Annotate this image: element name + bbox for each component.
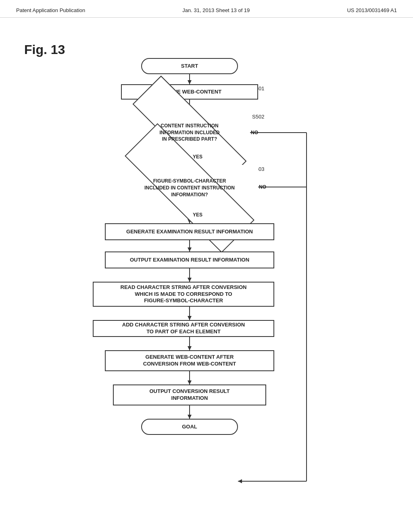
svg-marker-22: [188, 380, 192, 384]
s508-line2: CONVERSION FROM WEB-CONTENT: [143, 361, 236, 367]
svg-marker-18: [188, 316, 192, 320]
s503-diamond: FIGURE-SYMBOL-CHARACTER INCLUDED IN CONT…: [121, 165, 258, 211]
s503-line3: INFORMATION?: [171, 192, 208, 197]
header-middle: Jan. 31, 2013 Sheet 13 of 19: [182, 7, 250, 13]
s503-no-label: NO: [259, 184, 266, 190]
s507-line2: TO PART OF EACH ELEMENT: [146, 328, 221, 335]
header-right: US 2013/0031469 A1: [347, 7, 397, 13]
s502-label: S502: [252, 114, 264, 120]
s502-line2: INFORMATION INCLUDED: [159, 130, 219, 135]
s503-line2: INCLUDED IN CONTENT INSTRUCTION: [144, 185, 235, 191]
s506-line2: WHICH IS MADE TO CORRESPOND TO: [135, 291, 232, 297]
s509-line2: INFORMATION: [171, 395, 208, 401]
s504-node: GENERATE EXAMINATION RESULT INFORMATION: [105, 223, 274, 240]
s509-node: OUTPUT CONVERSION RESULT INFORMATION: [113, 384, 266, 405]
svg-marker-1: [188, 80, 192, 84]
s502-no-label: NO: [251, 130, 258, 135]
header-left: Patent Application Publication: [16, 7, 85, 13]
s508-line1: GENERATE WEB-CONTENT AFTER: [146, 354, 234, 360]
s502-line3: IN PRESCRIBED PART?: [162, 136, 217, 142]
s502-line1: CONTENT INSTRUCTION: [161, 123, 218, 129]
start-node: START: [141, 58, 238, 74]
s508-node: GENERATE WEB-CONTENT AFTER CONVERSION FR…: [105, 350, 274, 371]
s506-line3: FIGURE-SYMBOL-CHARACTER: [144, 297, 223, 303]
svg-marker-20: [188, 346, 192, 350]
svg-marker-16: [188, 278, 192, 282]
s502-yes-label: YES: [193, 154, 202, 160]
s503-yes-label: YES: [193, 212, 202, 218]
s505-node: OUTPUT EXAMINATION RESULT INFORMATION: [105, 251, 274, 268]
s506-node: READ CHARACTER STRING AFTER CONVERSION W…: [93, 282, 274, 307]
svg-marker-14: [188, 247, 192, 251]
svg-marker-24: [188, 415, 192, 419]
s507-line1: ADD CHARACTER STRING AFTER CONVERSION: [122, 322, 245, 328]
s509-line1: OUTPUT CONVERSION RESULT: [149, 388, 229, 394]
s503-line1: FIGURE-SYMBOL-CHARACTER: [153, 178, 226, 184]
goal-node: GOAL: [141, 419, 238, 435]
s507-node: ADD CHARACTER STRING AFTER CONVERSION TO…: [93, 320, 274, 337]
s506-line1: READ CHARACTER STRING AFTER CONVERSION: [121, 284, 247, 290]
svg-marker-9: [238, 479, 242, 483]
